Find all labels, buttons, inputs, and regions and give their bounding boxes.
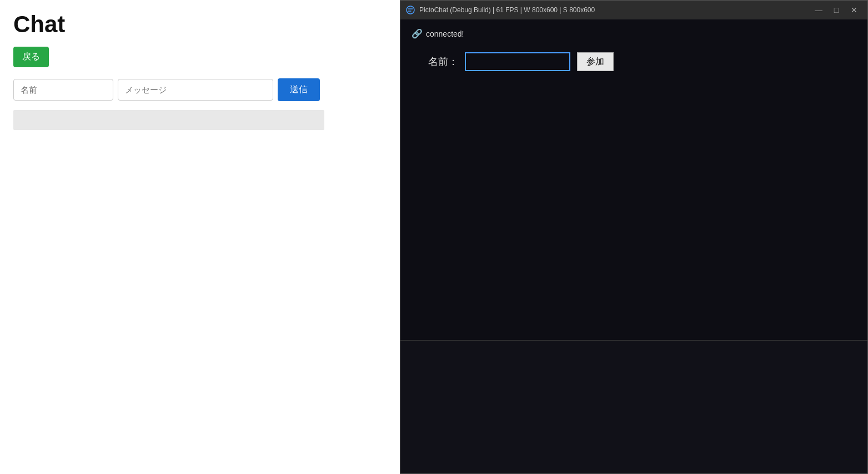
back-button[interactable]: 戻る <box>13 47 49 67</box>
svg-point-0 <box>407 6 414 14</box>
window-content-bottom <box>400 340 867 473</box>
window-title-left: PictoChat (Debug Build) | 61 FPS | W 800… <box>406 6 595 14</box>
message-input[interactable] <box>118 79 273 101</box>
window-frame: PictoChat (Debug Build) | 61 FPS | W 800… <box>400 0 868 474</box>
name-input[interactable] <box>13 79 113 101</box>
join-form: 名前： 参加 <box>428 52 856 71</box>
connected-icon: 🔗 <box>412 28 423 39</box>
chat-form: 送信 <box>13 78 387 101</box>
connected-status: 🔗 connected! <box>412 28 856 39</box>
right-panel: PictoChat (Debug Build) | 61 FPS | W 800… <box>400 0 868 474</box>
send-button[interactable]: 送信 <box>278 78 320 101</box>
connected-text: connected! <box>426 29 464 38</box>
close-button[interactable]: ✕ <box>846 4 862 16</box>
join-name-input[interactable] <box>465 52 570 71</box>
join-button[interactable]: 参加 <box>577 52 614 71</box>
maximize-button[interactable]: □ <box>829 4 844 16</box>
page-title: Chat <box>13 11 387 38</box>
window-controls: — □ ✕ <box>811 4 862 16</box>
window-titlebar: PictoChat (Debug Build) | 61 FPS | W 800… <box>400 1 867 19</box>
window-title-text: PictoChat (Debug Build) | 61 FPS | W 800… <box>419 6 595 14</box>
chat-area <box>13 110 324 130</box>
app-icon <box>406 6 415 14</box>
left-panel: Chat 戻る 送信 <box>0 0 400 474</box>
minimize-button[interactable]: — <box>811 4 826 16</box>
window-content-top: 🔗 connected! 名前： 参加 <box>400 19 867 340</box>
name-label: 名前： <box>428 55 458 68</box>
